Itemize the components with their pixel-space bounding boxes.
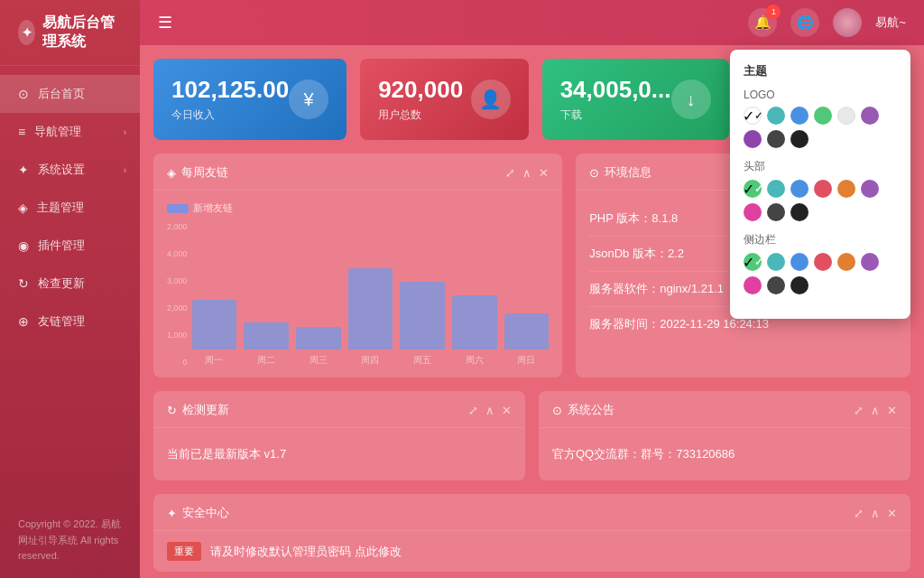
notification-bell[interactable]: 🔔 1 bbox=[748, 8, 777, 37]
theme-popup: 主题 LOGO ✓ 头部 ✓ bbox=[730, 50, 910, 319]
chart-expand-btn[interactable]: ⤢ bbox=[505, 166, 515, 180]
hamburger-icon[interactable]: ☰ bbox=[158, 13, 172, 33]
chart-panel-title: ◈ 每周友链 bbox=[167, 164, 228, 181]
update-collapse-btn[interactable]: ∧ bbox=[485, 404, 494, 417]
chart-container: 2,000 4,000 3,000 2,000 1,000 0 周一 bbox=[167, 222, 549, 367]
header-swatch-black[interactable] bbox=[790, 203, 808, 221]
sidebar-label-nav: 导航管理 bbox=[34, 124, 81, 140]
sidebar-nav: ⊙ 后台首页 ≡ 导航管理 › ✦ 系统设置 › ◈ 主题管理 ◉ 插件管理 ↻… bbox=[0, 66, 140, 503]
security-collapse-btn[interactable]: ∧ bbox=[871, 507, 880, 520]
sidebar-item-nav[interactable]: ≡ 导航管理 › bbox=[0, 113, 140, 151]
header-swatch-teal[interactable] bbox=[767, 180, 785, 198]
update-expand-btn[interactable]: ⤢ bbox=[468, 404, 478, 417]
logo-swatch-black[interactable] bbox=[790, 130, 808, 148]
sidebar-item-theme[interactable]: ◈ 主题管理 bbox=[0, 189, 140, 227]
logo-icon: ✦ bbox=[18, 20, 35, 45]
bar-col-mon: 周一 bbox=[192, 300, 237, 367]
bar-col-sun: 周日 bbox=[504, 313, 550, 367]
logo-swatch-dark[interactable] bbox=[767, 130, 785, 148]
sidebar-item-plugins[interactable]: ◉ 插件管理 bbox=[0, 227, 140, 265]
sidebar-swatch-red[interactable] bbox=[814, 253, 832, 271]
security-close-btn[interactable]: ✕ bbox=[887, 507, 897, 520]
header-left: ☰ bbox=[158, 13, 172, 33]
announce-close-btn[interactable]: ✕ bbox=[887, 404, 897, 417]
announce-collapse-btn[interactable]: ∧ bbox=[871, 404, 880, 417]
bar-col-sat: 周六 bbox=[452, 295, 497, 367]
chart-panel-controls: ⤢ ∧ ✕ bbox=[505, 166, 549, 180]
home-icon: ⊙ bbox=[18, 87, 29, 101]
sidebar-item-update[interactable]: ↻ 检查更新 bbox=[0, 265, 140, 303]
avatar[interactable] bbox=[833, 8, 862, 37]
links-icon: ⊕ bbox=[18, 314, 29, 329]
sidebar-swatch-dark[interactable] bbox=[767, 276, 785, 294]
header-swatch-orange[interactable] bbox=[837, 180, 855, 198]
logo-swatch-purple[interactable] bbox=[861, 107, 879, 125]
stat-card-users: 920,000 用户总数 👤 bbox=[360, 59, 528, 140]
theme-logo-label: LOGO bbox=[744, 89, 897, 101]
header-swatch-dark[interactable] bbox=[767, 203, 785, 221]
update-panel-controls: ⤢ ∧ ✕ bbox=[468, 404, 512, 417]
bar-wed bbox=[296, 327, 341, 350]
nav-icon: ≡ bbox=[18, 125, 25, 139]
stat-icon-users: 👤 bbox=[471, 79, 511, 119]
header-swatch-purple[interactable] bbox=[861, 180, 879, 198]
sidebar-swatch-green[interactable]: ✓ bbox=[744, 253, 762, 271]
stat-icon-revenue: ¥ bbox=[289, 79, 328, 119]
sidebar-copyright: Copyright © 2022. 易航网址引导系统 All rights re… bbox=[0, 503, 140, 578]
logo-swatch-teal[interactable] bbox=[767, 107, 785, 125]
stat-left-revenue: 102,125.00 今日收入 bbox=[171, 76, 289, 123]
header-swatch-green[interactable]: ✓ bbox=[744, 180, 762, 198]
logo-swatch-lightgray[interactable] bbox=[837, 107, 855, 125]
header-swatch-red[interactable] bbox=[814, 180, 832, 198]
username-label[interactable]: 易航~ bbox=[875, 14, 906, 31]
theme-popup-title: 主题 bbox=[744, 63, 897, 79]
sidebar-swatch-black[interactable] bbox=[790, 276, 808, 294]
bar-sun bbox=[504, 313, 550, 350]
chart-close-btn[interactable]: ✕ bbox=[539, 166, 549, 180]
bar-thu bbox=[348, 268, 393, 350]
logo-swatch-white[interactable]: ✓ bbox=[744, 107, 762, 125]
sidebar-color-swatches: ✓ bbox=[744, 253, 897, 294]
chart-collapse-btn[interactable]: ∧ bbox=[522, 166, 531, 180]
bar-col-tue: 周二 bbox=[244, 322, 289, 367]
sidebar-label-update: 检查更新 bbox=[38, 275, 85, 292]
announce-text: 官方QQ交流群：群号：733120686 bbox=[552, 439, 897, 470]
logo-swatch-blue[interactable] bbox=[790, 107, 808, 125]
bar-col-fri: 周五 bbox=[400, 282, 445, 367]
stat-label-downloads: 下载 bbox=[560, 107, 671, 123]
announce-icon: ⊙ bbox=[552, 404, 562, 417]
announce-expand-btn[interactable]: ⤢ bbox=[854, 404, 864, 417]
chart-panel: ◈ 每周友链 ⤢ ∧ ✕ 新增友链 bbox=[153, 154, 562, 378]
chart-panel-body: 新增友链 2,000 4,000 3,000 2,000 1,000 0 bbox=[153, 191, 562, 378]
globe-button[interactable]: 🌐 bbox=[790, 8, 819, 37]
logo-swatch-darkpurple[interactable] bbox=[744, 130, 762, 148]
sidebar-swatch-purple[interactable] bbox=[861, 253, 879, 271]
plugins-icon: ◉ bbox=[18, 238, 29, 253]
sidebar-item-settings[interactable]: ✦ 系统设置 › bbox=[0, 151, 140, 189]
sidebar-label-links: 友链管理 bbox=[38, 313, 85, 330]
security-expand-btn[interactable]: ⤢ bbox=[854, 507, 864, 520]
sidebar-swatch-orange[interactable] bbox=[837, 253, 855, 271]
update-panel: ↻ 检测更新 ⤢ ∧ ✕ 当前已是最新版本 v1.7 bbox=[153, 391, 525, 480]
update-text: 当前已是最新版本 v1.7 bbox=[167, 439, 512, 470]
bar-tue bbox=[244, 322, 289, 350]
stat-label-users: 用户总数 bbox=[378, 107, 463, 123]
theme-header-label: 头部 bbox=[744, 159, 897, 174]
header-swatch-blue[interactable] bbox=[790, 180, 808, 198]
logo-color-swatches: ✓ bbox=[744, 107, 897, 148]
bar-fri bbox=[400, 282, 445, 350]
security-text[interactable]: 请及时修改默认管理员密码 点此修改 bbox=[210, 544, 402, 560]
update-close-btn[interactable]: ✕ bbox=[502, 404, 512, 417]
sidebar-label-theme: 主题管理 bbox=[37, 200, 84, 216]
logo-swatch-green[interactable] bbox=[814, 107, 832, 125]
sidebar-item-links[interactable]: ⊕ 友链管理 bbox=[0, 303, 140, 340]
chevron-right-icon-2: › bbox=[124, 165, 126, 175]
sidebar-item-home[interactable]: ⊙ 后台首页 bbox=[0, 75, 140, 113]
header-swatch-pink[interactable] bbox=[744, 203, 762, 221]
theme-header-section: 头部 ✓ bbox=[744, 159, 897, 221]
chevron-right-icon: › bbox=[124, 127, 126, 137]
sidebar-swatch-teal[interactable] bbox=[767, 253, 785, 271]
stat-value-revenue: 102,125.00 bbox=[171, 76, 289, 104]
sidebar-swatch-blue[interactable] bbox=[790, 253, 808, 271]
sidebar-swatch-pink[interactable] bbox=[744, 276, 762, 294]
